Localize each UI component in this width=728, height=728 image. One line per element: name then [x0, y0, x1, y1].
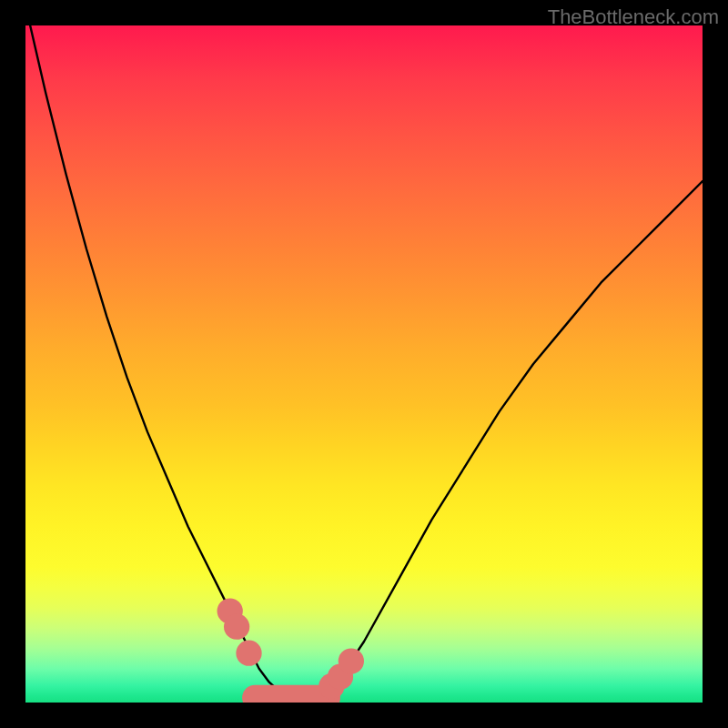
- marker-layer: [217, 598, 364, 699]
- dot-right-up: [339, 648, 364, 673]
- bottleneck-curve: [25, 25, 703, 698]
- curve-layer: [25, 25, 703, 698]
- dot-left-mid: [224, 614, 249, 640]
- chart-frame: TheBottleneck.com: [0, 0, 728, 728]
- dot-left-low: [236, 641, 261, 666]
- chart-svg: [25, 25, 703, 703]
- watermark-text: TheBottleneck.com: [548, 5, 719, 29]
- chart-plot-area: [25, 25, 703, 703]
